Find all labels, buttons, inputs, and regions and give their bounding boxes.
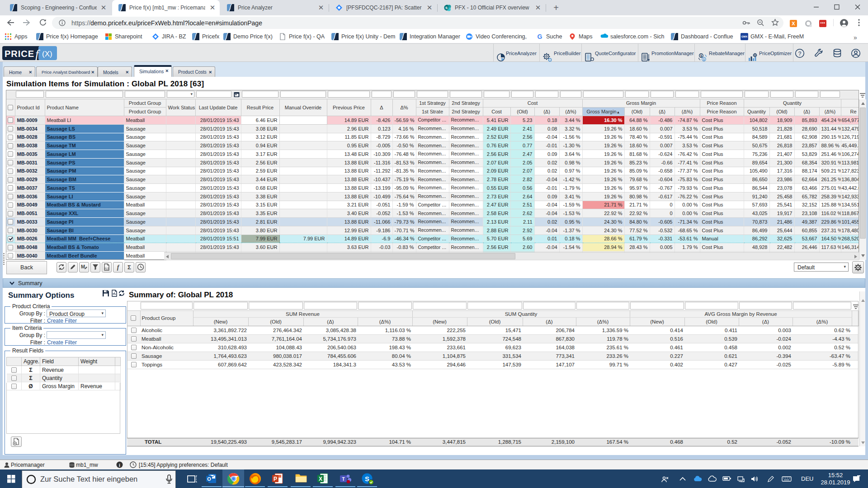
svg-text:S: S <box>445 6 448 10</box>
svg-text:$: $ <box>700 54 702 58</box>
svg-text:$: $ <box>703 58 705 61</box>
svg-text:i: i <box>119 463 120 468</box>
svg-text:Σ: Σ <box>127 264 131 271</box>
svg-text:(X): (X) <box>42 50 52 58</box>
svg-text:?: ? <box>798 51 802 57</box>
svg-text:P: P <box>274 476 277 482</box>
svg-text:G: G <box>538 33 542 40</box>
svg-text:XLS: XLS <box>104 267 109 270</box>
svg-text:T: T <box>342 477 344 482</box>
svg-text:M: M <box>81 264 85 269</box>
svg-text:X: X <box>319 476 322 482</box>
svg-text:f: f <box>117 264 120 271</box>
svg-text:O: O <box>207 476 211 482</box>
svg-text:PRICE: PRICE <box>5 49 34 59</box>
